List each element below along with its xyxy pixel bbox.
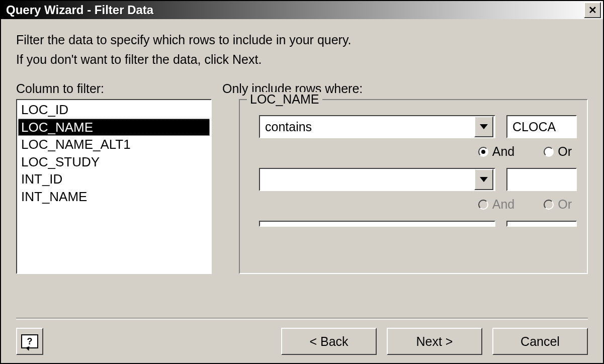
- list-item[interactable]: INT_ID: [18, 170, 210, 188]
- radio-icon: [478, 147, 488, 157]
- or-radio-1[interactable]: Or: [544, 144, 572, 159]
- and-radio-2: And: [478, 197, 514, 212]
- window-title: Query Wizard - Filter Data: [6, 3, 153, 17]
- help-icon: ?: [21, 334, 38, 348]
- or-radio-2: Or: [544, 197, 572, 212]
- radio-label: And: [492, 197, 514, 212]
- column-to-filter-label: Column to filter:: [16, 81, 222, 96]
- list-item[interactable]: LOC_NAME: [18, 119, 210, 136]
- dropdown-button[interactable]: [474, 116, 493, 137]
- chevron-down-icon: [480, 177, 488, 182]
- back-button[interactable]: < Back: [281, 328, 377, 355]
- chevron-down-icon: [480, 124, 488, 129]
- radio-icon: [478, 200, 488, 210]
- operator-value: contains: [260, 120, 473, 134]
- dialog-footer: ? < Back Next > Cancel: [1, 320, 603, 363]
- titlebar: Query Wizard - Filter Data ✕: [1, 1, 603, 19]
- radio-label: And: [492, 144, 514, 159]
- operator-dropdown-3[interactable]: [259, 221, 495, 227]
- query-wizard-dialog: Query Wizard - Filter Data ✕ Filter the …: [0, 0, 604, 364]
- instruction-line-2: If you don't want to filter the data, cl…: [16, 51, 588, 68]
- value-input-2[interactable]: [506, 168, 577, 191]
- filter-row: [259, 168, 577, 191]
- radio-icon: [544, 200, 554, 210]
- list-item[interactable]: LOC_NAME_ALT1: [18, 136, 210, 153]
- dialog-content: Filter the data to specify which rows to…: [1, 19, 603, 312]
- instruction-line-1: Filter the data to specify which rows to…: [16, 31, 588, 49]
- and-radio-1[interactable]: And: [478, 144, 514, 159]
- operator-dropdown-2[interactable]: [259, 168, 495, 191]
- close-button[interactable]: ✕: [584, 2, 601, 18]
- list-item[interactable]: INT_NAME: [18, 188, 210, 206]
- list-item[interactable]: LOC_ID: [18, 101, 210, 119]
- fieldset-legend: LOC_NAME: [247, 92, 322, 107]
- dropdown-button[interactable]: [474, 169, 493, 190]
- value-input-1[interactable]: CLOCA: [506, 115, 577, 138]
- list-item[interactable]: LOC_STUDY: [18, 153, 210, 171]
- instructions: Filter the data to specify which rows to…: [16, 31, 588, 70]
- radio-icon: [544, 147, 554, 157]
- help-button[interactable]: ?: [16, 328, 43, 355]
- filter-fieldset: LOC_NAME contains CLOCA: [239, 99, 588, 274]
- filter-row: contains CLOCA: [259, 115, 577, 138]
- radio-row-1: And Or: [259, 144, 577, 159]
- value-text: CLOCA: [512, 120, 556, 134]
- next-button[interactable]: Next >: [387, 328, 482, 355]
- radio-label: Or: [558, 144, 572, 159]
- column-listbox[interactable]: LOC_ID LOC_NAME LOC_NAME_ALT1 LOC_STUDY …: [16, 99, 212, 274]
- cancel-button[interactable]: Cancel: [492, 328, 588, 355]
- body-row: LOC_ID LOC_NAME LOC_NAME_ALT1 LOC_STUDY …: [16, 99, 588, 280]
- radio-label: Or: [558, 197, 572, 212]
- operator-dropdown-1[interactable]: contains: [259, 115, 495, 138]
- close-icon: ✕: [588, 5, 597, 15]
- value-input-3[interactable]: [506, 221, 577, 227]
- radio-row-2: And Or: [259, 197, 577, 212]
- filter-row: [259, 221, 577, 227]
